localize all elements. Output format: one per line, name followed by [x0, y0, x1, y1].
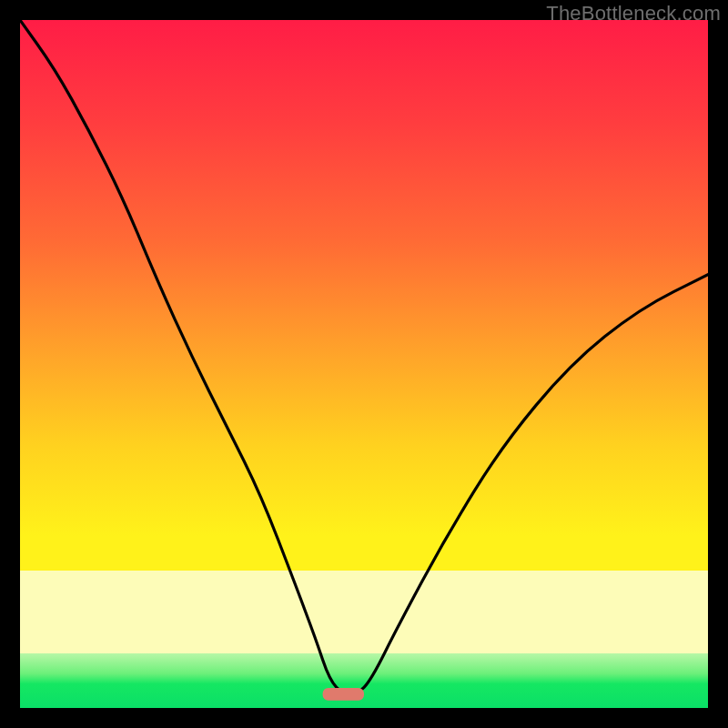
chart-stage: TheBottleneck.com [0, 0, 728, 728]
gradient-plot-area [20, 20, 708, 708]
watermark-text: TheBottleneck.com [546, 2, 721, 25]
